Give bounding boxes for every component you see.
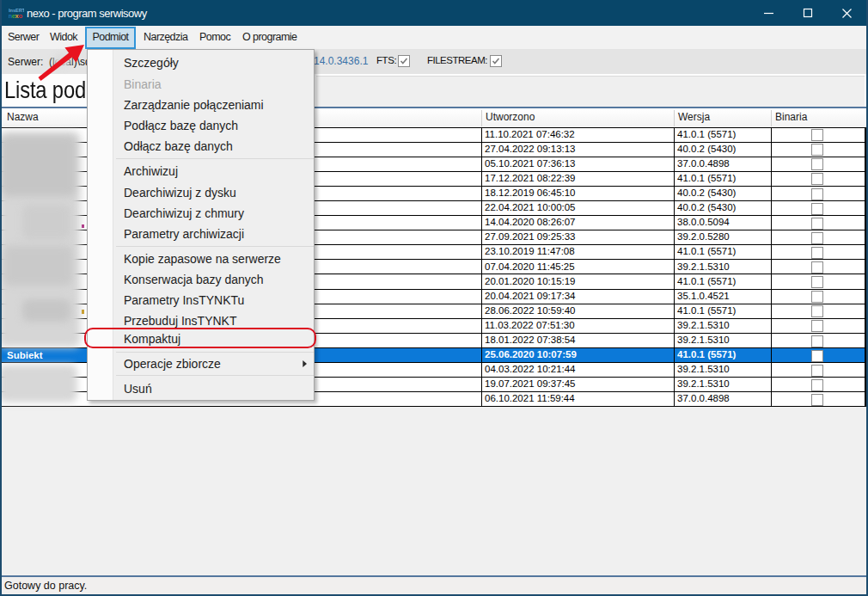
svg-text:nexo: nexo (9, 12, 22, 19)
